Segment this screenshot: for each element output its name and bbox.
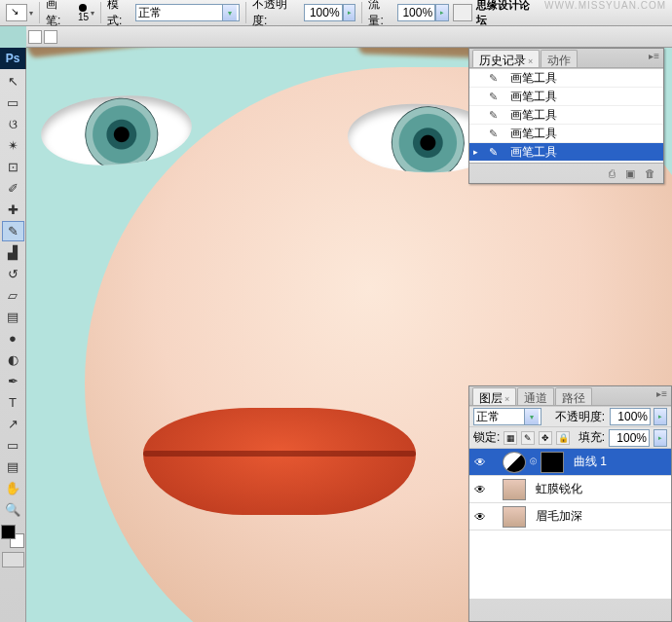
- history-item[interactable]: ✎画笔工具: [469, 69, 663, 88]
- lock-transparent-icon[interactable]: ▦: [504, 431, 517, 445]
- new-document-icon[interactable]: ▣: [625, 167, 635, 180]
- layers-panel: 图层× 通道 路径 ▸≡ 正常 ▾ 不透明度: 100% ▸ 锁定: ▦ ✎ ✥…: [468, 385, 672, 622]
- quickmask-toggle[interactable]: [2, 552, 24, 567]
- brush-tool[interactable]: ✎: [2, 221, 24, 241]
- menu-chip[interactable]: [44, 30, 57, 44]
- path-select-tool[interactable]: ↗: [2, 414, 24, 434]
- flow-input[interactable]: 100%: [397, 4, 436, 21]
- brush-picker-chevron-icon[interactable]: ▾: [91, 9, 94, 18]
- fill-stepper[interactable]: ▸: [653, 429, 667, 447]
- layer-name: 眉毛加深: [536, 508, 582, 525]
- eraser-tool[interactable]: ▱: [2, 285, 24, 306]
- move-tool[interactable]: ↖: [2, 71, 24, 91]
- trash-icon[interactable]: 🗑: [645, 167, 655, 179]
- menu-chip[interactable]: [28, 30, 42, 44]
- flow-label: 流量:: [368, 0, 394, 29]
- tab-paths[interactable]: 路径: [555, 387, 592, 405]
- fill-label: 填充:: [579, 429, 605, 446]
- toolbox: ↖▭ଓ✴⊡✐✚✎▟↺▱▤●◐✒T↗▭▤✋🔍: [0, 69, 26, 622]
- visibility-toggle[interactable]: 👁: [471, 483, 489, 496]
- tool-preset-picker[interactable]: [6, 4, 27, 21]
- layer-opacity-label: 不透明度:: [555, 409, 605, 425]
- brush-icon: ✎: [489, 72, 504, 85]
- tab-channels[interactable]: 通道: [517, 387, 554, 405]
- tool-preset-chevron-icon[interactable]: ▾: [29, 9, 33, 18]
- layer-thumb-icon: [503, 506, 526, 528]
- layer-opacity-input[interactable]: 100%: [610, 408, 651, 425]
- shape-tool[interactable]: ▭: [2, 435, 24, 456]
- layer-row[interactable]: 👁虹膜锐化: [469, 476, 671, 503]
- watermark: 思缘设计论坛 WWW.MISSYUAN.COM: [476, 0, 666, 27]
- lock-position-icon[interactable]: ✥: [539, 431, 552, 445]
- history-item[interactable]: ✎画笔工具: [469, 106, 663, 125]
- brush-preset-picker[interactable]: 15: [78, 4, 89, 22]
- opacity-stepper[interactable]: ▸: [343, 4, 356, 21]
- blur-tool[interactable]: ●: [2, 328, 24, 348]
- chevron-down-icon: ▾: [222, 5, 237, 20]
- tab-actions[interactable]: 动作: [541, 50, 578, 67]
- layer-row[interactable]: 👁⦾曲线 1: [469, 449, 671, 476]
- brush-icon: ✎: [489, 91, 504, 103]
- history-item[interactable]: ▸✎画笔工具: [469, 143, 663, 162]
- close-icon[interactable]: ×: [504, 394, 509, 404]
- lock-label: 锁定:: [473, 429, 500, 446]
- layer-blend-row: 正常 ▾ 不透明度: 100% ▸: [469, 406, 671, 427]
- healing-tool[interactable]: ✚: [2, 200, 24, 220]
- history-item[interactable]: ✎画笔工具: [469, 125, 663, 143]
- eyedropper-tool[interactable]: ✐: [2, 178, 24, 199]
- lasso-tool[interactable]: ଓ: [2, 114, 24, 134]
- stamp-tool[interactable]: ▟: [2, 242, 24, 263]
- brush-label: 画笔:: [46, 0, 72, 29]
- ps-logo: Ps: [0, 48, 26, 69]
- opacity-label: 不透明度:: [252, 0, 302, 29]
- pen-tool[interactable]: ✒: [2, 371, 24, 391]
- notes-tool[interactable]: ▤: [2, 457, 24, 477]
- link-icon: ⦾: [530, 457, 537, 467]
- close-icon[interactable]: ×: [528, 56, 533, 66]
- marquee-tool[interactable]: ▭: [2, 92, 24, 113]
- tab-history[interactable]: 历史记录×: [472, 50, 540, 67]
- gradient-tool[interactable]: ▤: [2, 307, 24, 327]
- layer-opacity-stepper[interactable]: ▸: [653, 408, 667, 425]
- mask-thumb-icon: [541, 452, 564, 473]
- type-tool[interactable]: T: [2, 392, 24, 413]
- fill-input[interactable]: 100%: [609, 429, 650, 447]
- brush-icon: ✎: [489, 146, 504, 159]
- chevron-down-icon: ▾: [524, 409, 539, 424]
- airbrush-toggle[interactable]: [453, 4, 472, 21]
- zoom-tool[interactable]: 🔍: [2, 499, 24, 520]
- layer-row[interactable]: 👁眉毛加深: [469, 503, 671, 531]
- layer-blend-select[interactable]: 正常 ▾: [473, 408, 541, 425]
- crop-tool[interactable]: ⊡: [2, 157, 24, 177]
- layer-lock-row: 锁定: ▦ ✎ ✥ 🔒 填充: 100% ▸: [469, 427, 671, 449]
- layer-thumb-icon: [503, 479, 526, 500]
- new-snapshot-icon[interactable]: ⎙: [609, 167, 616, 179]
- history-list: ✎画笔工具✎画笔工具✎画笔工具✎画笔工具▸✎画笔工具: [469, 68, 663, 163]
- history-brush-tool[interactable]: ↺: [2, 264, 24, 284]
- layer-list: 👁⦾曲线 1👁虹膜锐化👁眉毛加深: [469, 449, 671, 599]
- blend-mode-select[interactable]: 正常 ▾: [135, 4, 240, 21]
- brush-icon: ✎: [489, 109, 504, 122]
- mode-label: 模式:: [107, 0, 133, 29]
- lock-all-icon[interactable]: 🔒: [556, 431, 570, 445]
- color-swatch[interactable]: [1, 525, 24, 548]
- layer-name: 虹膜锐化: [536, 481, 582, 497]
- flow-stepper[interactable]: ▸: [435, 4, 449, 21]
- history-panel: 历史记录× 动作 ▸≡ ✎画笔工具✎画笔工具✎画笔工具✎画笔工具▸✎画笔工具 ⎙…: [468, 48, 664, 184]
- panel-menu-icon[interactable]: ▸≡: [649, 51, 659, 61]
- wand-tool[interactable]: ✴: [2, 135, 24, 156]
- menu-strip: [26, 26, 672, 48]
- blend-mode-value: 正常: [138, 5, 162, 21]
- layer-name: 曲线 1: [574, 454, 607, 470]
- opacity-input[interactable]: 100%: [304, 4, 343, 21]
- history-item[interactable]: ✎画笔工具: [469, 88, 663, 106]
- lock-pixels-icon[interactable]: ✎: [521, 431, 535, 445]
- hand-tool[interactable]: ✋: [2, 478, 24, 498]
- panel-menu-icon[interactable]: ▸≡: [656, 388, 667, 399]
- history-footer: ⎙ ▣ 🗑: [469, 163, 663, 183]
- brush-size-value: 15: [78, 12, 89, 22]
- visibility-toggle[interactable]: 👁: [471, 510, 489, 524]
- dodge-tool[interactable]: ◐: [2, 349, 24, 370]
- visibility-toggle[interactable]: 👁: [471, 456, 489, 469]
- tab-layers[interactable]: 图层×: [472, 387, 516, 405]
